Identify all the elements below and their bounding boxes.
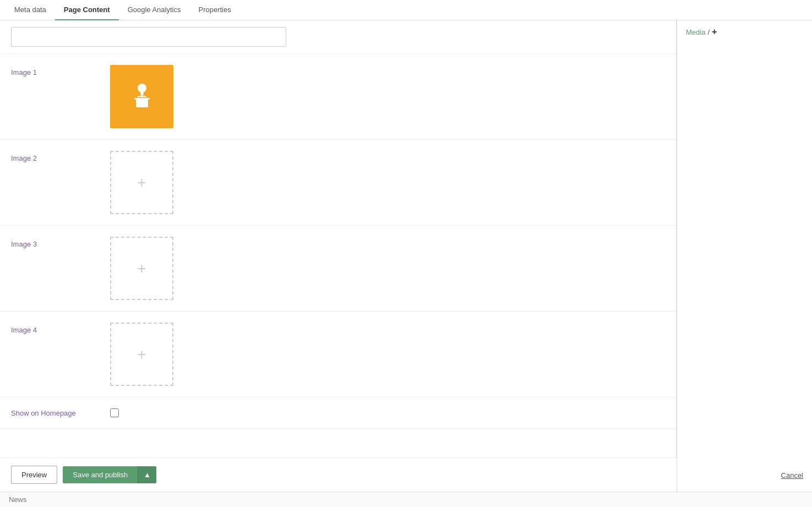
speaker-icon bbox=[126, 80, 159, 113]
image4-content: + bbox=[110, 323, 665, 386]
dropdown-arrow-icon: ▲ bbox=[144, 471, 151, 479]
image3-placeholder[interactable]: + bbox=[110, 237, 173, 300]
image1-filled[interactable] bbox=[110, 65, 173, 128]
svg-rect-2 bbox=[136, 100, 148, 107]
top-text-input[interactable] bbox=[11, 27, 286, 47]
svg-point-0 bbox=[138, 84, 146, 92]
image2-label: Image 2 bbox=[11, 151, 110, 162]
top-input-row bbox=[0, 20, 676, 54]
image4-label: Image 4 bbox=[11, 323, 110, 334]
show-homepage-row: Show on Homepage bbox=[0, 397, 676, 429]
image3-content: + bbox=[110, 237, 665, 300]
bottom-strip-label: News bbox=[9, 495, 27, 504]
image2-row: Image 2 + bbox=[0, 140, 676, 226]
sidebar-separator: / bbox=[707, 28, 710, 36]
cancel-button[interactable]: Cancel bbox=[781, 471, 803, 479]
tab-google-analytics[interactable]: Google Analytics bbox=[119, 0, 190, 20]
image2-placeholder[interactable]: + bbox=[110, 151, 173, 214]
left-panel: Image 1 bbox=[0, 20, 677, 492]
sidebar-header: Media / + bbox=[686, 27, 803, 37]
image3-label: Image 3 bbox=[11, 237, 110, 248]
footer-bar: Preview Save and publish ▲ bbox=[0, 457, 677, 492]
show-homepage-checkbox[interactable] bbox=[110, 408, 119, 417]
main-layout: Image 1 bbox=[0, 20, 812, 492]
svg-point-4 bbox=[140, 92, 144, 95]
image1-content bbox=[110, 65, 665, 128]
tabs-bar: Meta data Page Content Google Analytics … bbox=[0, 0, 812, 20]
sidebar-add-button[interactable]: + bbox=[712, 27, 717, 37]
image1-label: Image 1 bbox=[11, 65, 110, 77]
svg-rect-1 bbox=[134, 98, 150, 100]
content-area: Image 1 bbox=[0, 20, 677, 457]
image4-placeholder[interactable]: + bbox=[110, 323, 173, 386]
image2-plus-icon: + bbox=[137, 175, 146, 190]
image4-plus-icon: + bbox=[137, 347, 146, 362]
image3-row: Image 3 + bbox=[0, 226, 676, 312]
save-publish-group: Save and publish ▲ bbox=[63, 466, 156, 483]
right-sidebar: Media / + Cancel bbox=[677, 20, 812, 492]
show-homepage-label: Show on Homepage bbox=[11, 409, 110, 417]
save-publish-button[interactable]: Save and publish bbox=[63, 466, 138, 483]
image3-plus-icon: + bbox=[137, 261, 146, 276]
tab-page-content[interactable]: Page Content bbox=[55, 0, 119, 20]
image2-content: + bbox=[110, 151, 665, 214]
preview-button[interactable]: Preview bbox=[11, 466, 57, 484]
bottom-strip: News bbox=[0, 492, 812, 507]
image1-row: Image 1 bbox=[0, 54, 676, 140]
tab-meta-data[interactable]: Meta data bbox=[6, 0, 55, 20]
image4-row: Image 4 + bbox=[0, 312, 676, 397]
tab-properties[interactable]: Properties bbox=[189, 0, 239, 20]
sidebar-footer: Cancel bbox=[686, 471, 803, 485]
media-link[interactable]: Media bbox=[686, 28, 705, 36]
save-publish-dropdown-button[interactable]: ▲ bbox=[138, 466, 156, 483]
